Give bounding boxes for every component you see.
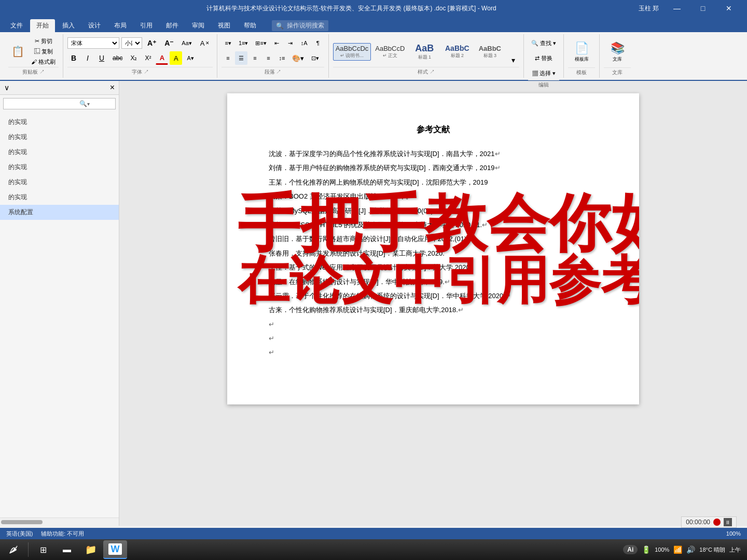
library-label: 文库 — [613, 56, 622, 63]
align-left-button[interactable]: ≡ — [222, 51, 234, 65]
tab-help[interactable]: 帮助 — [238, 19, 262, 32]
style-body[interactable]: AaBbCcD ↵ 正文 — [372, 43, 407, 61]
close-button[interactable]: ✕ — [717, 0, 741, 17]
nav-item-5[interactable]: 的实现 — [0, 175, 119, 190]
taskbar-right: Ai 🔋 100% 📶 🔊 18°C 晴朗 上午 — [619, 545, 745, 554]
nav-item-6[interactable]: 的实现 — [0, 190, 119, 205]
tab-references[interactable]: 引用 — [134, 19, 159, 32]
nav-item-1[interactable]: 的实现 — [0, 115, 119, 130]
paragraph-controls: ≡▾ 1≡▾ ⊞≡▾ ⇤ ⇥ ↕A ¶ ≡ ☰ ≡ ≡ ↕≡ 🎨▾ ⊡▾ — [222, 36, 324, 67]
tab-design[interactable]: 设计 — [82, 19, 107, 32]
nav-item-2[interactable]: 的实现 — [0, 130, 119, 145]
increase-indent-button[interactable]: ⇥ — [284, 36, 297, 50]
record-button[interactable] — [713, 519, 721, 526]
style-mingshushu[interactable]: AaBbCcDc ↵ 说明书... — [333, 43, 371, 61]
minimize-button[interactable]: — — [665, 0, 689, 17]
library-section: 📚 文库 文库 — [600, 34, 635, 78]
border-button[interactable]: ⊡▾ — [308, 51, 322, 65]
nav-search-icon[interactable]: 🔍 — [79, 100, 87, 107]
sort-button[interactable]: ↕A — [298, 36, 311, 50]
file-manager-button[interactable]: ▬ — [56, 540, 78, 559]
status-right: 100% — [726, 530, 741, 537]
para-expand-icon[interactable]: ↗ — [276, 69, 281, 75]
word-icon: W — [108, 543, 122, 555]
superscript-button[interactable]: X² — [142, 51, 154, 65]
font-expand-icon[interactable]: ↗ — [144, 69, 149, 75]
template-controls: 📄 模板库 — [568, 36, 595, 67]
panel-close-icon[interactable]: × — [110, 83, 115, 92]
expand-icon[interactable]: ↗ — [39, 69, 45, 75]
styles-expand-icon[interactable]: ↗ — [430, 69, 435, 75]
replace-button[interactable]: ⇄ 替换 — [532, 51, 556, 65]
numbering-button[interactable]: 1≡▾ — [236, 36, 252, 50]
bold-button[interactable]: B — [67, 51, 80, 65]
bullets-button[interactable]: ≡▾ — [222, 36, 234, 50]
nav-search-input[interactable] — [7, 100, 79, 107]
clear-format-button[interactable]: A✕ — [197, 36, 213, 50]
task-manager-button[interactable]: ⊞ — [32, 540, 54, 559]
tab-mailings[interactable]: 邮件 — [160, 19, 185, 32]
start-button[interactable]: 🌶 — [2, 540, 25, 559]
folder-button[interactable]: 📁 — [79, 540, 102, 559]
line-spacing-button[interactable]: ↕≡ — [275, 51, 288, 65]
nav-search-dropdown[interactable]: ▾ — [87, 101, 90, 107]
decrease-font-button[interactable]: A⁻ — [161, 36, 176, 50]
styles-more-button[interactable]: ▾ — [507, 53, 519, 67]
panel-collapse-icon[interactable]: ∨ — [4, 83, 9, 92]
align-center-button[interactable]: ☰ — [235, 51, 247, 65]
tab-home[interactable]: 开始 — [30, 19, 55, 32]
user-name[interactable]: 玉柱 郑 — [634, 0, 663, 17]
show-marks-button[interactable]: ¶ — [312, 36, 324, 50]
font-size-select[interactable]: 小四 — [121, 37, 142, 49]
format-painter-button[interactable]: 🖌 格式刷 — [28, 57, 59, 66]
document-area[interactable]: 参考文献 沈波．基于深度学习的商品个性化推荐系统设计与实现[D]．南昌大学，20… — [119, 81, 747, 526]
change-case-button[interactable]: Aa▾ — [178, 36, 195, 50]
italic-button[interactable]: I — [81, 51, 94, 65]
strikethrough-button[interactable]: abc — [109, 51, 126, 65]
select-button[interactable]: ▦ 选择 ▾ — [529, 66, 559, 80]
multilevel-button[interactable]: ⊞≡▾ — [252, 36, 269, 50]
system-clock[interactable]: 上午 — [729, 546, 741, 554]
cut-button[interactable]: ✂ 剪切 — [28, 36, 59, 46]
subscript-button[interactable]: X₂ — [127, 51, 140, 65]
nav-item-3[interactable]: 的实现 — [0, 145, 119, 160]
find-button[interactable]: 🔍 查找 ▾ — [528, 36, 559, 50]
style-heading3[interactable]: AaBbC 标题 3 — [474, 43, 505, 61]
copy-button[interactable]: ⿺ 复制 — [28, 47, 59, 56]
nav-scrollbar[interactable] — [0, 517, 119, 526]
font-format-button[interactable]: A▾ — [184, 51, 197, 65]
tab-review[interactable]: 审阅 — [186, 19, 211, 32]
battery-level: 100% — [655, 547, 669, 553]
style-heading1[interactable]: AaB 标题 1 — [409, 41, 440, 62]
para-blank-3: ↵ — [269, 346, 598, 358]
align-right-button[interactable]: ≡ — [248, 51, 261, 65]
decrease-indent-button[interactable]: ⇤ — [271, 36, 283, 50]
ref-3: 王某．个性化推荐的网上购物系统的研究与实现[D]．沈阳师范大学，2019 — [269, 176, 598, 188]
justify-button[interactable]: ≡ — [262, 51, 274, 65]
nav-item-4[interactable]: 的实现 — [0, 160, 119, 175]
paste-button[interactable]: 📋 — [8, 41, 27, 62]
shading-button[interactable]: 🎨▾ — [289, 51, 307, 65]
zoom-level[interactable]: 100% — [726, 530, 741, 537]
tab-layout[interactable]: 布局 — [108, 19, 133, 32]
template-library-button[interactable]: 📄 模板库 — [568, 36, 595, 67]
library-button[interactable]: 📚 文库 — [604, 36, 631, 67]
tab-view[interactable]: 视图 — [212, 19, 237, 32]
font-color-button[interactable]: A — [156, 51, 168, 65]
underline-button[interactable]: U — [95, 51, 108, 65]
maximize-button[interactable]: □ — [691, 0, 715, 17]
search-area[interactable]: 🔍 操作说明搜索 — [272, 20, 328, 31]
style-heading2[interactable]: AaBbC 标题 2 — [441, 43, 473, 61]
increase-font-button[interactable]: A⁺ — [144, 36, 159, 50]
font-name-select[interactable]: 宋体 — [67, 37, 119, 49]
window-controls: 玉柱 郑 — □ ✕ — [634, 0, 741, 17]
nav-item-system-config[interactable]: 系统配置 — [0, 205, 119, 220]
library-controls: 📚 文库 — [604, 36, 631, 67]
ai-label[interactable]: Ai — [623, 545, 638, 554]
word-button[interactable]: W — [103, 540, 127, 559]
title-bar: 计算机科学与技术毕业设计论文结构示范-软件开发类、安全工具开发类 (最终版本) … — [0, 0, 747, 17]
tab-insert[interactable]: 插入 — [56, 19, 81, 32]
tab-file[interactable]: 文件 — [4, 19, 29, 32]
highlight-button[interactable]: A — [170, 51, 182, 65]
pause-button[interactable]: ⏸ — [724, 518, 732, 526]
